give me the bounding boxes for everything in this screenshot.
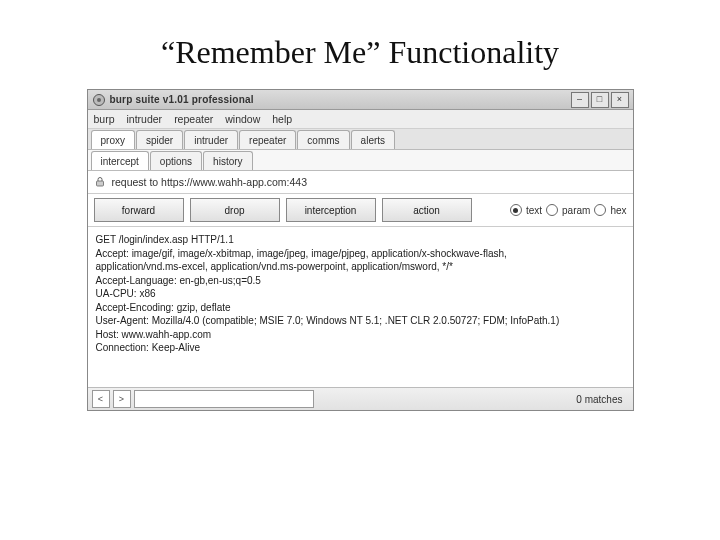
request-target: request to https://www.wahh-app.com:443 [112,176,308,188]
menu-repeater[interactable]: repeater [174,113,213,125]
lock-icon [94,176,106,188]
tab-comms[interactable]: comms [297,130,349,149]
menubar: burp intruder repeater window help [88,110,633,129]
radio-param-label: param [562,205,590,216]
menu-window[interactable]: window [225,113,260,125]
http-line: Host: www.wahh-app.com [96,328,625,342]
http-line: Connection: Keep-Alive [96,341,625,355]
tab-intruder[interactable]: intruder [184,130,238,149]
match-count: 0 matches [576,394,622,405]
request-body[interactable]: GET /login/index.asp HTTP/1.1 Accept: im… [88,227,633,387]
radio-hex-label: hex [610,205,626,216]
radio-param[interactable] [546,204,558,216]
proxy-subtabs: intercept options history [88,150,633,171]
close-icon[interactable]: × [611,92,629,108]
drop-button[interactable]: drop [190,198,280,222]
http-line: User-Agent: Mozilla/4.0 (compatible; MSI… [96,314,625,328]
menu-intruder[interactable]: intruder [127,113,163,125]
svg-rect-2 [96,181,103,186]
radio-text[interactable] [510,204,522,216]
action-button[interactable]: action [382,198,472,222]
tab-alerts[interactable]: alerts [351,130,395,149]
search-input[interactable] [134,390,314,408]
subtab-intercept[interactable]: intercept [91,151,149,170]
http-line: Accept: image/gif, image/x-xbitmap, imag… [96,247,625,261]
burp-window: burp suite v1.01 professional – □ × burp… [87,89,634,411]
titlebar: burp suite v1.01 professional – □ × [88,90,633,110]
menu-help[interactable]: help [272,113,292,125]
tab-spider[interactable]: spider [136,130,183,149]
subtab-options[interactable]: options [150,151,202,170]
forward-button[interactable]: forward [94,198,184,222]
view-radios: text param hex [510,204,627,216]
svg-point-1 [97,98,101,102]
tab-proxy[interactable]: proxy [91,130,135,149]
minimize-button[interactable]: – [571,92,589,108]
action-row: forward drop interception action text pa… [88,194,633,227]
tool-tabs: proxy spider intruder repeater comms ale… [88,129,633,150]
http-line: application/vnd.ms-excel, application/vn… [96,260,625,274]
app-icon [92,93,106,107]
status-bar: < > 0 matches [88,387,633,410]
radio-text-label: text [526,205,542,216]
slide-title: “Remember Me” Functionality [0,34,720,71]
http-line: Accept-Language: en-gb,en-us;q=0.5 [96,274,625,288]
request-bar: request to https://www.wahh-app.com:443 [88,171,633,194]
window-title: burp suite v1.01 professional [110,94,571,105]
menu-burp[interactable]: burp [94,113,115,125]
http-line: GET /login/index.asp HTTP/1.1 [96,233,625,247]
search-next-button[interactable]: > [113,390,131,408]
maximize-button[interactable]: □ [591,92,609,108]
search-prev-button[interactable]: < [92,390,110,408]
interception-button[interactable]: interception [286,198,376,222]
http-line: Accept-Encoding: gzip, deflate [96,301,625,315]
tab-repeater[interactable]: repeater [239,130,296,149]
http-line: UA-CPU: x86 [96,287,625,301]
radio-hex[interactable] [594,204,606,216]
subtab-history[interactable]: history [203,151,252,170]
